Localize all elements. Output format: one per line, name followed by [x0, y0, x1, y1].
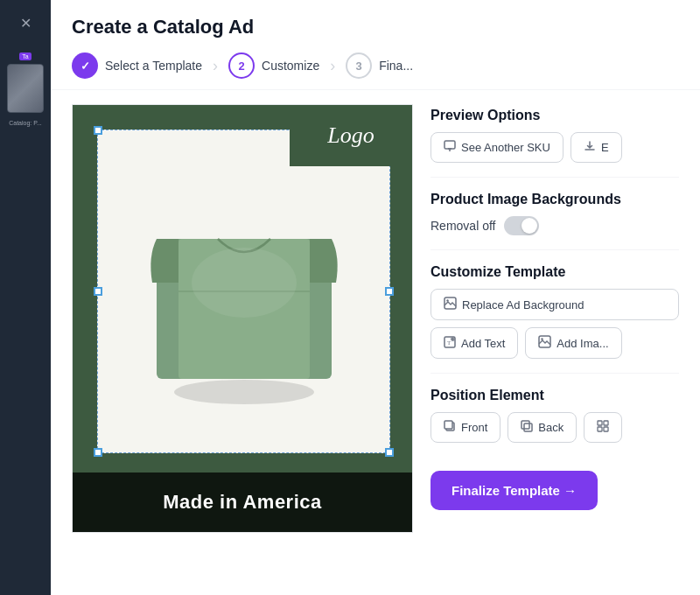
handle-mr[interactable] [385, 287, 394, 296]
back-icon [521, 420, 533, 435]
svg-rect-24 [604, 427, 608, 431]
step-2-label: Customize [262, 59, 319, 73]
svg-rect-23 [598, 427, 602, 431]
ad-logo-text: Logo [327, 122, 374, 149]
front-label: Front [461, 421, 487, 434]
svg-text:T: T [447, 340, 452, 346]
finalize-section: Finalize Template → [430, 471, 679, 510]
back-button[interactable]: Back [508, 412, 577, 443]
add-elements-buttons: T Add Text [430, 327, 679, 359]
svg-rect-18 [444, 421, 452, 429]
grid-icon [597, 420, 609, 435]
divider-1 [430, 177, 679, 178]
step-3-label: Fina... [379, 59, 413, 73]
handle-tl[interactable] [94, 126, 102, 135]
customize-template-section: Customize Template Replace Ad Background [430, 264, 679, 359]
finalize-label: Finalize Template → [452, 483, 577, 498]
front-button[interactable]: Front [430, 412, 500, 443]
page-title: Create a Catalog Ad [72, 16, 679, 38]
divider-3 [430, 373, 679, 374]
replace-bg-label: Replace Ad Background [462, 298, 584, 312]
product-backgrounds-title: Product Image Backgrounds [430, 192, 679, 207]
preview-options-title: Preview Options [430, 108, 679, 123]
handle-ml[interactable] [94, 287, 102, 296]
toggle-knob [522, 218, 537, 234]
divider-2 [430, 249, 679, 250]
sidebar-thumbnail[interactable] [7, 64, 44, 113]
customize-template-buttons: Replace Ad Background [430, 289, 679, 320]
canvas-area: Logo [72, 104, 413, 533]
step-1[interactable]: ✓ Select a Template [72, 52, 202, 79]
position-element-title: Position Element [430, 388, 679, 403]
replace-bg-icon [444, 297, 457, 312]
handle-br[interactable] [385, 448, 394, 457]
add-image-button[interactable]: Add Ima... [525, 327, 621, 359]
step-1-circle: ✓ [72, 52, 98, 79]
step-arrow-1: › [213, 57, 218, 75]
add-text-button[interactable]: T Add Text [430, 327, 518, 359]
content-area: Logo [51, 90, 700, 595]
add-image-icon [538, 335, 551, 351]
right-panel: Preview Options See Another SKU [430, 104, 679, 581]
preview-options-section: Preview Options See Another SKU [430, 108, 679, 163]
svg-point-16 [542, 338, 543, 340]
monitor-icon [444, 140, 456, 155]
preview-options-buttons: See Another SKU E [430, 132, 679, 163]
ad-canvas[interactable]: Logo [72, 104, 413, 533]
product-image-box[interactable] [97, 130, 390, 453]
step-arrow-2: › [330, 57, 335, 75]
step-2[interactable]: 2 Customize [228, 52, 319, 79]
sidebar-thumb-label: Catalog: P... [9, 120, 42, 127]
svg-point-0 [174, 380, 314, 404]
finalize-button[interactable]: Finalize Template → [430, 471, 598, 510]
step-1-label: Select a Template [105, 59, 202, 73]
steps-wizard: ✓ Select a Template › 2 Customize › 3 Fi… [72, 52, 679, 79]
position-buttons: Front Back [430, 412, 679, 443]
see-another-sku-button[interactable]: See Another SKU [430, 132, 564, 163]
ad-bottom-bar: Made in America [73, 472, 412, 532]
customize-template-title: Customize Template [430, 264, 679, 280]
product-image [130, 169, 358, 414]
step-3-circle: 3 [346, 52, 372, 79]
svg-rect-22 [604, 421, 608, 425]
svg-point-4 [192, 248, 297, 318]
removal-toggle-row: Removal off [430, 216, 679, 235]
handle-bl[interactable] [94, 448, 102, 457]
main-content: Create a Catalog Ad ✓ Select a Template … [51, 0, 700, 595]
close-button[interactable]: ✕ [13, 10, 38, 35]
step-2-circle: 2 [228, 52, 255, 79]
back-label: Back [538, 421, 564, 434]
removal-toggle[interactable] [504, 216, 539, 235]
position-element-section: Position Element Front [430, 388, 679, 443]
sidebar: ✕ Ta Catalog: P... [0, 0, 51, 595]
add-image-label: Add Ima... [556, 337, 608, 350]
product-backgrounds-section: Product Image Backgrounds Removal off [430, 192, 679, 235]
removal-label: Removal off [430, 219, 495, 233]
lightning-badge: Ta [19, 52, 31, 60]
add-text-label: Add Text [461, 337, 505, 350]
svg-rect-19 [522, 421, 529, 429]
ad-logo: Logo [290, 105, 412, 166]
see-another-sku-label: See Another SKU [461, 141, 550, 154]
export-label: E [601, 141, 609, 154]
header: Create a Catalog Ad ✓ Select a Template … [51, 0, 700, 90]
step-3[interactable]: 3 Fina... [346, 52, 413, 79]
front-icon [444, 420, 456, 435]
export-button[interactable]: E [570, 132, 622, 163]
svg-rect-5 [444, 141, 455, 149]
more-position-button[interactable] [584, 412, 622, 443]
svg-point-9 [446, 299, 448, 301]
ad-bottom-text: Made in America [163, 491, 322, 514]
download-icon [584, 140, 596, 155]
add-text-icon: T [444, 336, 456, 351]
svg-rect-21 [598, 421, 602, 425]
replace-ad-background-button[interactable]: Replace Ad Background [430, 289, 679, 320]
